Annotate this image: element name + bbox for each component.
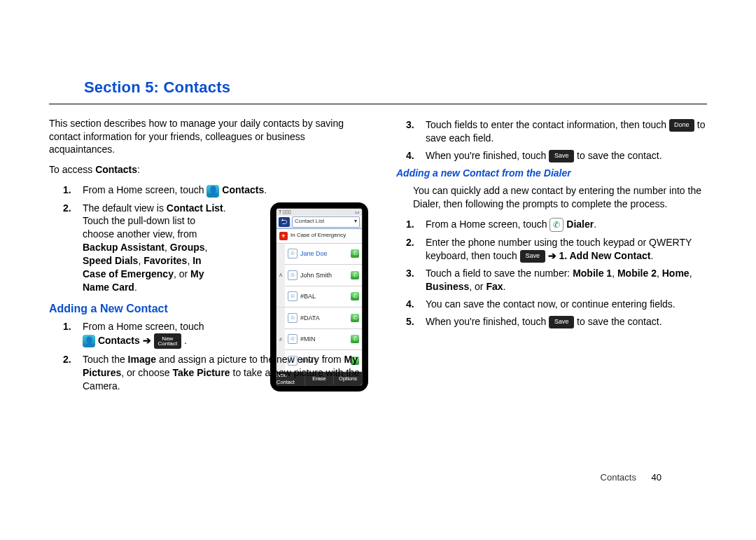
r4-c: to save the contact. bbox=[577, 150, 662, 161]
arrow-icon: ➔ bbox=[548, 250, 556, 261]
addnew-step-2: Touch the Image and assign a picture to … bbox=[81, 353, 364, 393]
dialer-intro: You can quickly add a new contact by ent… bbox=[413, 184, 707, 211]
az-letter[interactable]: A bbox=[276, 244, 285, 308]
content-columns: This section describes how to manage you… bbox=[49, 114, 707, 397]
dialer-step-2: Enter the phone number using the touch k… bbox=[424, 236, 707, 263]
s2-f: Take Picture bbox=[172, 367, 230, 378]
d1-b-label: Dialer bbox=[566, 219, 594, 230]
step1-text-a: From a Home screen, touch bbox=[83, 184, 206, 195]
d3-h: Business bbox=[426, 281, 469, 292]
status-left: T ▯▯▯ bbox=[279, 209, 291, 215]
right-continuation-steps: Touch fields to enter the contact inform… bbox=[392, 118, 707, 162]
contact-row[interactable]: ☺ #BAL ✆ bbox=[285, 286, 362, 308]
ice-label: In Case of Emergency bbox=[290, 232, 346, 240]
step2-h: Speed Dials bbox=[83, 255, 138, 266]
addnew-s1-contacts: Contacts bbox=[98, 335, 140, 346]
contact-row[interactable]: ☺ #DATA ✆ bbox=[285, 307, 362, 329]
status-right: ▭ bbox=[355, 209, 360, 215]
d3-c: , bbox=[612, 268, 617, 279]
dialer-step-5: When you're finished, touch Save to save… bbox=[424, 315, 707, 328]
contacts-icon: 👤 bbox=[206, 185, 219, 198]
step2-a: The default view is bbox=[83, 202, 167, 214]
r4-a: When you're finished, touch bbox=[426, 150, 549, 161]
contact-name: #BAL bbox=[300, 292, 351, 300]
s2-e: , or choose bbox=[121, 367, 172, 378]
dialer-steps: From a Home screen, touch ✆ Dialer. Ente… bbox=[392, 218, 707, 328]
d3-d: Mobile 2 bbox=[617, 268, 657, 279]
phone-az-index[interactable]: A # bbox=[276, 244, 285, 372]
save-pill: Save bbox=[520, 250, 545, 263]
phone-dropdown-label: Contact List bbox=[295, 218, 324, 226]
addnew-s1-c: . bbox=[184, 335, 187, 346]
contact-name: Jane Doe bbox=[300, 249, 351, 258]
contact-row[interactable]: ☺ #MIN ✆ bbox=[285, 329, 362, 351]
page-footer: Contacts 40 bbox=[601, 471, 662, 484]
d1-a: From a Home screen, touch bbox=[426, 219, 550, 230]
access-line: To access Contacts: bbox=[49, 163, 364, 176]
step2-g: , bbox=[205, 242, 208, 253]
phone-back-icon[interactable]: ⮌ bbox=[279, 217, 290, 227]
d1-c: . bbox=[594, 219, 596, 230]
intro-paragraph: This section describes how to manage you… bbox=[49, 117, 364, 157]
ice-plus-icon: + bbox=[279, 232, 288, 240]
call-icon[interactable]: ✆ bbox=[351, 292, 359, 300]
access-bold: Contacts bbox=[95, 164, 137, 175]
call-icon[interactable]: ✆ bbox=[351, 335, 359, 343]
access-step-2: The default view is Contact List. Touch … bbox=[81, 202, 226, 294]
d4: You can save the contact now, or continu… bbox=[426, 298, 676, 310]
dialer-step-4: You can save the contact now, or continu… bbox=[424, 298, 707, 311]
avatar-icon: ☺ bbox=[288, 270, 298, 280]
phone-dropdown[interactable]: Contact List ▾ bbox=[292, 216, 360, 228]
contact-name: John Smith bbox=[300, 271, 351, 279]
dialer-step-3: Touch a field to save the number: Mobile… bbox=[424, 267, 707, 293]
footer-label: Contacts bbox=[601, 472, 636, 483]
addnew-s1-text: From a Home screen, touch bbox=[83, 321, 204, 332]
s2-c: and assign a picture to the new entry fr… bbox=[156, 354, 344, 365]
avatar-icon: ☺ bbox=[288, 249, 298, 258]
phone-list: A # ☺ Jane Doe ✆ ☺ John Smith bbox=[276, 244, 362, 372]
addnew-step-1: From a Home screen, touch 👤 Contacts ➔ N… bbox=[81, 320, 226, 349]
new-contact-pill: New Contact bbox=[154, 333, 182, 349]
r3-a: Touch fields to enter the contact inform… bbox=[426, 119, 669, 130]
d3-a: Touch a field to save the number: bbox=[426, 268, 573, 279]
avatar-icon: ☺ bbox=[288, 291, 298, 301]
save-pill: Save bbox=[549, 150, 574, 162]
d3-k: . bbox=[503, 281, 506, 292]
contact-row[interactable]: ☺ Jane Doe ✆ bbox=[285, 244, 362, 265]
ice-row[interactable]: + In Case of Emergency bbox=[276, 229, 362, 244]
call-icon[interactable]: ✆ bbox=[351, 249, 359, 258]
access-step-1: From a Home screen, touch 👤 Contacts. bbox=[81, 184, 364, 197]
right-column: Touch fields to enter the contact inform… bbox=[392, 114, 707, 397]
phone-statusbar: T ▯▯▯ ▭ bbox=[276, 209, 362, 216]
d5-c: to save the contact. bbox=[577, 316, 662, 327]
d3-i: , or bbox=[469, 281, 486, 292]
step1-contacts-label: Contacts bbox=[222, 184, 264, 195]
avatar-icon: ☺ bbox=[288, 334, 298, 344]
done-pill: Done bbox=[669, 119, 694, 132]
avatar-icon: ☺ bbox=[288, 313, 298, 323]
d2-c: . bbox=[650, 250, 653, 261]
section-divider bbox=[49, 104, 707, 104]
contacts-icon: 👤 bbox=[83, 335, 95, 347]
addnew-s1-contacts-label: Contacts bbox=[98, 335, 140, 346]
call-icon[interactable]: ✆ bbox=[351, 314, 359, 322]
access-suffix: : bbox=[137, 164, 140, 175]
phone-header: ⮌ Contact List ▾ bbox=[276, 216, 362, 229]
d3-f: Home bbox=[662, 268, 690, 279]
step2-f: Groups bbox=[170, 242, 205, 253]
phone-rows: ☺ Jane Doe ✆ ☺ John Smith ✆ ☺ bbox=[285, 244, 362, 372]
page: Section 5: Contacts This section describ… bbox=[0, 0, 756, 540]
s2-a: Touch the bbox=[83, 354, 128, 365]
arrow-icon: ➔ bbox=[143, 335, 151, 346]
step1-contacts: Contacts bbox=[222, 184, 264, 195]
d3-g: , bbox=[690, 268, 692, 279]
contact-row[interactable]: ☺ John Smith ✆ bbox=[285, 265, 362, 286]
s2-b: Image bbox=[128, 354, 156, 365]
d3-b: Mobile 1 bbox=[573, 268, 612, 279]
access-prefix: To access bbox=[49, 164, 95, 175]
call-icon[interactable]: ✆ bbox=[351, 271, 359, 279]
left-column: This section describes how to manage you… bbox=[49, 114, 364, 397]
contact-name: #DATA bbox=[300, 314, 351, 322]
chevron-down-icon: ▾ bbox=[354, 218, 357, 226]
dialer-step-1: From a Home screen, touch ✆ Dialer. bbox=[424, 218, 707, 232]
